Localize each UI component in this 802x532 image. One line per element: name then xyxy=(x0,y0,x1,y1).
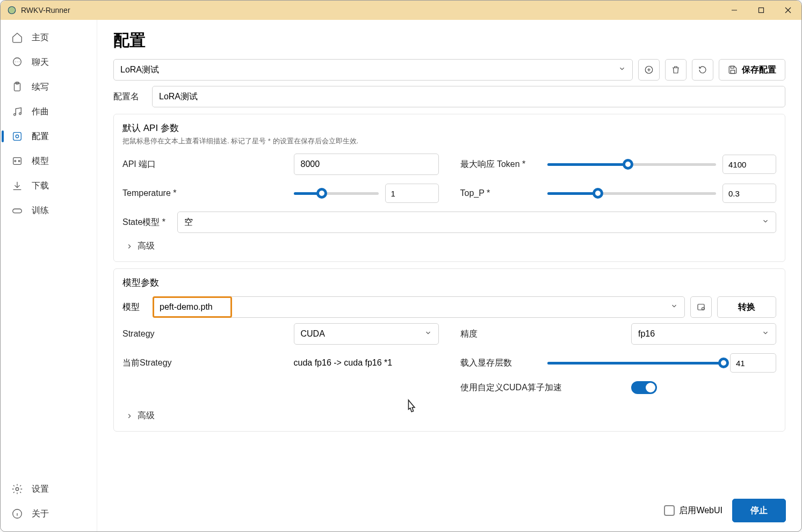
state-model-label: State模型 * xyxy=(122,217,171,228)
state-model-select[interactable]: 空 xyxy=(177,212,776,233)
save-config-button[interactable]: 保存配置 xyxy=(719,59,785,81)
sidebar-item-completion[interactable]: 续写 xyxy=(1,75,97,99)
chevron-down-icon xyxy=(762,217,769,227)
sidebar-item-chat[interactable]: 聊天 xyxy=(1,50,97,75)
precision-value: fp16 xyxy=(638,329,655,339)
models-icon xyxy=(11,155,23,167)
config-name-input[interactable] xyxy=(152,86,785,107)
webui-label: 启用WebUI xyxy=(679,505,722,516)
svg-rect-11 xyxy=(13,133,21,141)
reset-config-button[interactable] xyxy=(692,59,713,81)
stop-label: 停止 xyxy=(750,505,768,516)
stop-button[interactable]: 停止 xyxy=(732,499,786,522)
precision-select[interactable]: fp16 xyxy=(631,323,776,345)
config-selector[interactable]: LoRA测试 xyxy=(113,59,633,81)
convert-button[interactable]: 转换 xyxy=(717,296,776,318)
svg-point-12 xyxy=(16,135,19,138)
api-port-value[interactable] xyxy=(301,159,432,169)
api-advanced-toggle[interactable]: 高级 xyxy=(122,241,776,252)
model-label: 模型 xyxy=(122,302,147,313)
minimize-button[interactable] xyxy=(721,1,748,20)
strategy-value: CUDA xyxy=(301,329,325,339)
sidebar-item-label: 续写 xyxy=(32,82,49,93)
convert-label: 转换 xyxy=(738,302,755,313)
max-tokens-value[interactable]: 4100 xyxy=(722,155,776,174)
svg-point-9 xyxy=(14,114,16,116)
chevron-down-icon xyxy=(762,329,769,339)
gear-icon xyxy=(11,483,23,495)
titlebar: RWKV-Runner xyxy=(1,1,801,20)
sidebar-item-label: 主页 xyxy=(32,32,49,43)
temperature-slider[interactable] xyxy=(294,188,379,199)
home-icon xyxy=(11,32,23,43)
main-content: 配置 LoRA测试 保存配置 配置名 默认 API 参数 把鼠标悬停在文本上查看… xyxy=(97,20,801,531)
temperature-value[interactable]: 1 xyxy=(385,184,439,203)
clipboard-icon xyxy=(11,81,23,93)
advanced-label: 高级 xyxy=(138,410,155,421)
cuda-op-label: 使用自定义CUDA算子加速 xyxy=(460,382,568,393)
current-strategy-label: 当前Strategy xyxy=(122,358,192,369)
api-card-title: 默认 API 参数 xyxy=(122,122,776,134)
sidebar-item-label: 设置 xyxy=(32,484,49,495)
max-tokens-slider[interactable] xyxy=(547,159,717,170)
svg-point-15 xyxy=(18,161,20,162)
max-tokens-label: 最大响应 Token * xyxy=(460,159,541,170)
model-card-title: 模型参数 xyxy=(122,276,776,289)
page-title: 配置 xyxy=(113,30,785,52)
cuda-op-toggle[interactable] xyxy=(631,381,657,394)
topp-label: Top_P * xyxy=(460,188,541,198)
temperature-label: Temperature * xyxy=(122,188,192,198)
sidebar-item-download[interactable]: 下载 xyxy=(1,173,97,198)
maximize-button[interactable] xyxy=(748,1,775,20)
api-port-input[interactable] xyxy=(294,154,439,175)
sidebar-item-about[interactable]: 关于 xyxy=(1,501,97,526)
api-params-card: 默认 API 参数 把鼠标悬停在文本上查看详细描述. 标记了星号 * 的设置在保… xyxy=(113,114,785,262)
download-icon xyxy=(11,180,23,192)
footer-bar: 启用WebUI 停止 xyxy=(664,499,786,522)
sidebar-item-train[interactable]: 训练 xyxy=(1,198,97,223)
model-manage-button[interactable] xyxy=(690,296,712,318)
sidebar-item-label: 配置 xyxy=(32,131,49,142)
model-advanced-toggle[interactable]: 高级 xyxy=(122,410,776,421)
music-icon xyxy=(11,106,23,118)
topp-value[interactable]: 0.3 xyxy=(722,184,776,203)
model-select[interactable]: peft-demo.pth xyxy=(153,296,685,318)
svg-rect-25 xyxy=(731,70,735,74)
delete-config-button[interactable] xyxy=(665,59,687,81)
config-name-text[interactable] xyxy=(159,92,778,101)
advanced-label: 高级 xyxy=(138,241,155,252)
layers-slider[interactable] xyxy=(547,358,724,368)
model-params-card: 模型参数 模型 peft-demo.pth 转换 Strategy xyxy=(113,268,785,432)
topp-slider[interactable] xyxy=(547,188,717,199)
sidebar-item-label: 训练 xyxy=(32,205,49,216)
config-icon xyxy=(11,130,23,142)
sidebar-item-label: 聊天 xyxy=(32,57,49,68)
svg-rect-26 xyxy=(698,304,704,310)
svg-rect-16 xyxy=(13,209,22,213)
train-icon xyxy=(11,205,23,216)
chevron-down-icon xyxy=(618,65,626,75)
webui-checkbox[interactable] xyxy=(664,505,675,516)
webui-checkbox-wrap[interactable]: 启用WebUI xyxy=(664,505,722,516)
precision-label: 精度 xyxy=(460,329,541,340)
layers-label: 载入显存层数 xyxy=(460,358,541,369)
save-button-label: 保存配置 xyxy=(742,64,776,76)
sidebar-item-compose[interactable]: 作曲 xyxy=(1,99,97,124)
state-model-value: 空 xyxy=(184,217,193,228)
layers-value[interactable]: 41 xyxy=(730,353,776,373)
current-strategy-value: cuda fp16 -> cuda fp16 *1 xyxy=(294,358,439,368)
close-button[interactable] xyxy=(775,1,801,20)
sidebar-item-settings[interactable]: 设置 xyxy=(1,477,97,501)
window-title: RWKV-Runner xyxy=(21,6,70,14)
sidebar-item-models[interactable]: 模型 xyxy=(1,149,97,173)
model-value: peft-demo.pth xyxy=(160,302,213,312)
sidebar-item-home[interactable]: 主页 xyxy=(1,25,97,50)
strategy-select[interactable]: CUDA xyxy=(294,323,439,345)
sidebar-item-label: 作曲 xyxy=(32,106,49,118)
info-icon xyxy=(11,508,23,520)
sidebar: 主页 聊天 续写 作曲 配置 模型 xyxy=(1,20,97,531)
app-icon xyxy=(7,5,17,15)
sidebar-item-label: 下载 xyxy=(32,180,49,192)
sidebar-item-config[interactable]: 配置 xyxy=(1,124,97,149)
add-config-button[interactable] xyxy=(638,59,660,81)
